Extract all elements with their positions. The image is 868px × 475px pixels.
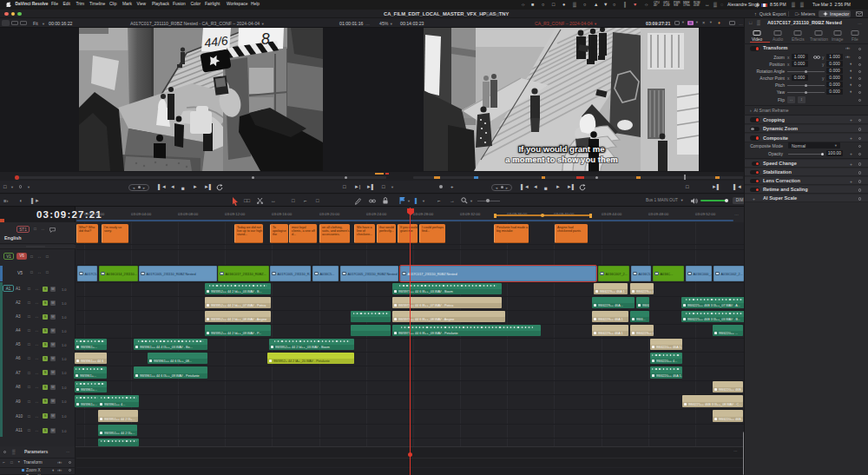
svg-text:44/6: 44/6 [204, 34, 229, 50]
svg-text:a moment to show you them: a moment to show you them [505, 155, 618, 164]
svg-text:8: 8 [260, 30, 270, 48]
svg-text:If you would grant me: If you would grant me [518, 144, 604, 154]
